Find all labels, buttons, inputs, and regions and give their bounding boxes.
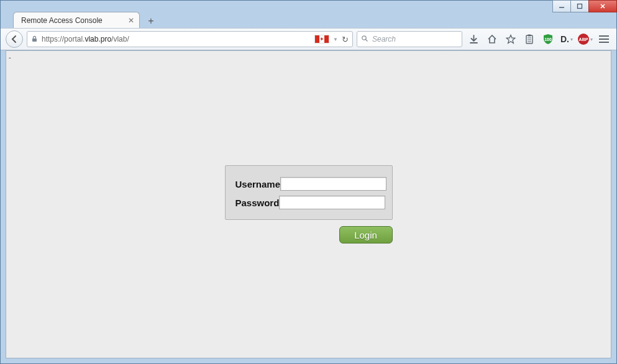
close-window-button[interactable] [588, 0, 617, 12]
bookmark-star-icon[interactable] [503, 32, 518, 47]
hamburger-menu-icon[interactable] [596, 32, 611, 47]
svg-point-5 [362, 35, 366, 39]
search-bar[interactable]: Search [357, 31, 462, 47]
username-input[interactable] [280, 177, 386, 191]
back-button[interactable] [6, 30, 23, 48]
page-marker: - [9, 53, 11, 61]
home-icon[interactable] [485, 32, 500, 47]
minimize-button[interactable] [552, 0, 571, 12]
browser-tab[interactable]: Remote Access Console ✕ [13, 12, 140, 28]
flag-icon[interactable]: ✦ [314, 35, 329, 43]
svg-text:100: 100 [544, 37, 552, 42]
url-prefix: portal. [64, 35, 85, 43]
lock-icon [31, 35, 38, 43]
password-input[interactable] [279, 196, 385, 209]
url-path: /vlab/ [111, 35, 129, 43]
search-placeholder: Search [372, 35, 396, 43]
browser-toolbar: https:// portal. vlab.pro /vlab/ ✦ ▼ ↻ S… [1, 28, 616, 50]
shield-extension-icon[interactable]: 100 [541, 32, 555, 47]
tab-title: Remote Access Console [21, 16, 103, 25]
reload-icon[interactable]: ↻ [342, 35, 349, 44]
downloads-icon[interactable] [466, 32, 481, 47]
new-tab-button[interactable]: + [144, 14, 158, 28]
window-controls [553, 0, 617, 12]
abp-extension-icon[interactable]: ABP▾ [578, 32, 593, 47]
login-button[interactable]: Login [339, 226, 393, 243]
search-icon [361, 35, 368, 44]
page-viewport: - Username Password Login [6, 50, 611, 358]
login-panel: Username Password Login [225, 165, 393, 243]
url-host: vlab.pro [85, 35, 111, 43]
svg-line-6 [366, 39, 368, 41]
svg-rect-1 [578, 4, 582, 9]
tab-strip: Remote Access Console ✕ + [1, 11, 616, 28]
username-label: Username [235, 179, 281, 189]
maximize-button[interactable] [570, 0, 589, 12]
url-scheme: https:// [42, 35, 64, 43]
svg-rect-8 [528, 35, 531, 37]
dropdown-icon[interactable]: ▼ [333, 37, 338, 42]
d-extension-icon[interactable]: D.▾ [559, 32, 574, 47]
password-label: Password [235, 198, 280, 208]
address-bar[interactable]: https:// portal. vlab.pro /vlab/ ✦ ▼ ↻ [27, 31, 353, 47]
clipboard-icon[interactable] [522, 32, 537, 47]
close-tab-icon[interactable]: ✕ [128, 16, 134, 25]
svg-rect-4 [32, 39, 37, 42]
